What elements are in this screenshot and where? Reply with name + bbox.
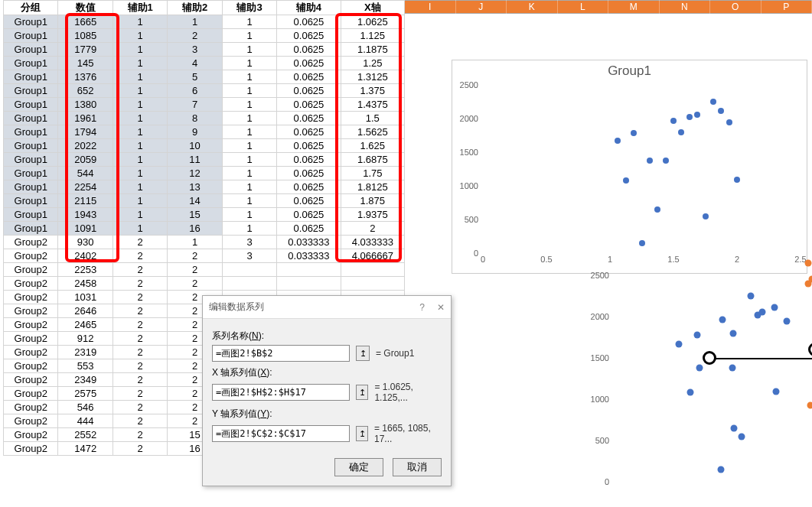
- ok-button[interactable]: 确定: [334, 458, 383, 476]
- chart-x-axis: 00.511.522.5: [483, 255, 799, 268]
- table-row[interactable]: Group11451410.06251.25: [4, 57, 405, 70]
- chart-data-point[interactable]: [663, 158, 669, 164]
- chart-data-point[interactable]: [678, 129, 684, 135]
- table-row[interactable]: Group1109111610.06252: [4, 222, 405, 236]
- column-letter-headers: IJKLMNOP: [405, 0, 812, 14]
- table-row[interactable]: Group117941910.06251.5625: [4, 125, 405, 139]
- table-row[interactable]: Group113761510.06251.3125: [4, 70, 405, 84]
- chart2-data-point[interactable]: [805, 260, 812, 267]
- chart-mean-marker: [808, 343, 812, 356]
- table-row[interactable]: Group2225322: [4, 263, 405, 277]
- y-values-input[interactable]: [212, 425, 350, 442]
- chart2-data-point[interactable]: [747, 292, 754, 299]
- chart-y-axis: 05001000150020002500: [457, 85, 480, 252]
- chart2-data-point[interactable]: [696, 365, 703, 372]
- range-picker-icon[interactable]: ↥: [356, 385, 368, 400]
- chart-data-point[interactable]: [686, 114, 693, 120]
- chart-data-point[interactable]: [647, 158, 653, 164]
- chart2-data-point[interactable]: [783, 318, 790, 325]
- chart2-data-point[interactable]: [729, 364, 736, 371]
- chart-title: Group1: [452, 63, 807, 79]
- chart2-data-point[interactable]: [758, 308, 765, 315]
- table-row[interactable]: Group117791310.06251.1875: [4, 43, 405, 57]
- chart-data-point[interactable]: [718, 108, 724, 114]
- table-row[interactable]: Group116651110.06251.0625: [4, 15, 405, 29]
- chart2-plot-area[interactable]: [615, 275, 811, 482]
- chart2-y-axis: 05001000150020002500: [582, 275, 612, 482]
- chart2-data-point[interactable]: [719, 317, 726, 323]
- chart2-data-point[interactable]: [718, 466, 725, 473]
- chart2-data-point[interactable]: [771, 304, 778, 310]
- scatter-chart-group1[interactable]: Group1 05001000150020002500 00.511.522.5: [452, 60, 807, 274]
- chart-data-point[interactable]: [615, 138, 621, 144]
- dialog-title-text: 编辑数据系列: [209, 301, 264, 314]
- table-row[interactable]: Group1211511410.06251.875: [4, 194, 405, 208]
- series-name-result: = Group1: [376, 348, 414, 359]
- series-name-label: 系列名称(N):: [212, 330, 442, 343]
- close-icon[interactable]: ✕: [437, 302, 445, 313]
- table-row[interactable]: Group2245822: [4, 277, 405, 291]
- chart-data-point[interactable]: [703, 213, 709, 219]
- help-icon[interactable]: ?: [419, 302, 425, 313]
- table-row[interactable]: Group1205911110.06251.6875: [4, 153, 405, 167]
- chart-mean-marker: [703, 351, 716, 365]
- chart2-data-point[interactable]: [773, 388, 780, 395]
- table-row[interactable]: Group1225411310.06251.8125: [4, 180, 405, 194]
- chart2-data-point[interactable]: [686, 388, 693, 395]
- table-row[interactable]: Group113801710.06251.4375: [4, 98, 405, 112]
- table-row[interactable]: Group110851210.06251.125: [4, 29, 405, 43]
- chart2-data-point[interactable]: [738, 434, 745, 440]
- chart2-data-point[interactable]: [808, 275, 812, 282]
- table-row[interactable]: Group29302130.0333334.033333: [4, 236, 405, 249]
- table-row[interactable]: Group154411210.06251.75: [4, 167, 405, 180]
- table-row[interactable]: Group1202211010.06251.625: [4, 139, 405, 153]
- chart2-data-point[interactable]: [729, 330, 736, 337]
- chart-data-point[interactable]: [734, 177, 740, 183]
- table-row[interactable]: Group224022230.0333334.066667: [4, 249, 405, 263]
- x-values-result: = 1.0625, 1.125,...: [374, 382, 442, 403]
- chart2-data-point[interactable]: [807, 401, 812, 408]
- table-row[interactable]: Group1194311510.06251.9375: [4, 208, 405, 222]
- chart-connector-line: [709, 358, 812, 359]
- chart-data-point[interactable]: [654, 206, 660, 213]
- dialog-titlebar[interactable]: 编辑数据系列 ? ✕: [203, 296, 451, 319]
- chart-data-point[interactable]: [639, 240, 645, 246]
- x-values-input[interactable]: [212, 384, 350, 401]
- series-name-input[interactable]: [212, 345, 350, 362]
- chart-plot-area[interactable]: [483, 85, 799, 252]
- chart-data-point[interactable]: [623, 177, 629, 184]
- range-picker-icon[interactable]: ↥: [356, 346, 370, 361]
- chart-data-point[interactable]: [726, 119, 732, 125]
- chart-data-point[interactable]: [670, 118, 677, 124]
- scatter-chart-secondary[interactable]: 05001000150020002500: [582, 275, 811, 505]
- edit-series-dialog[interactable]: 编辑数据系列 ? ✕ 系列名称(N): ↥ = Group1 X 轴系列值(X)…: [202, 295, 452, 486]
- table-row[interactable]: Group119611810.06251.5: [4, 112, 405, 125]
- chart2-data-point[interactable]: [675, 341, 682, 348]
- chart-data-point[interactable]: [631, 130, 637, 136]
- y-values-result: = 1665, 1085, 17...: [374, 423, 442, 444]
- chart2-data-point[interactable]: [731, 424, 738, 431]
- chart2-data-point[interactable]: [694, 331, 701, 338]
- table-row[interactable]: Group16521610.06251.375: [4, 84, 405, 98]
- x-values-label: X 轴系列值(X):: [212, 366, 442, 379]
- chart-data-point[interactable]: [710, 99, 716, 105]
- range-picker-icon[interactable]: ↥: [356, 426, 368, 441]
- y-values-label: Y 轴系列值(Y):: [212, 408, 442, 421]
- chart-data-point[interactable]: [694, 112, 700, 118]
- cancel-button[interactable]: 取消: [393, 458, 442, 476]
